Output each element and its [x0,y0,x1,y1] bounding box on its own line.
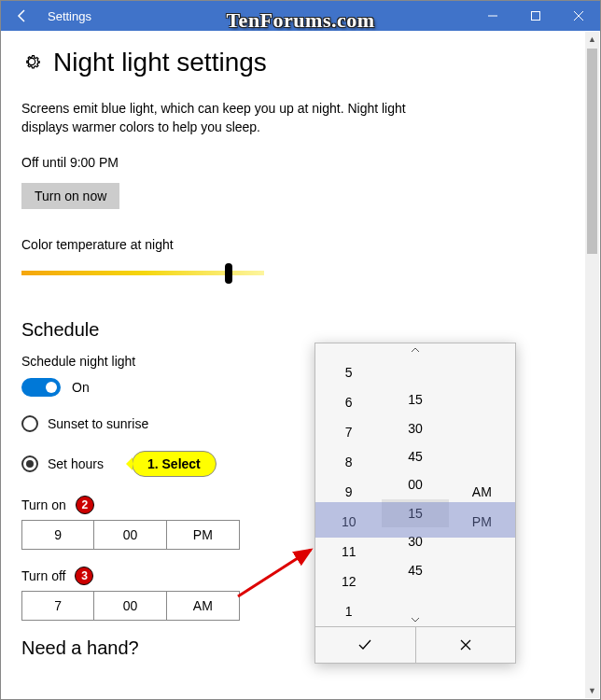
radio-set-hours[interactable] [21,455,38,472]
schedule-toggle[interactable] [21,378,61,397]
turn-off-label: Turn off [21,568,65,583]
back-button[interactable] [1,1,44,31]
turn-off-time-control[interactable]: 7 00 AM [21,591,240,621]
turn-off-minute[interactable]: 00 [94,592,166,620]
svg-rect-1 [532,12,540,21]
time-picker-item[interactable]: 6 [315,387,382,417]
time-picker-item[interactable] [449,387,515,417]
annotation-badge-3: 3 [75,567,93,585]
time-picker-item[interactable]: 15 [382,499,448,527]
time-picker-item[interactable] [449,447,515,477]
minimize-button[interactable] [471,1,514,31]
description: Screens emit blue light, which can keep … [21,100,413,136]
time-picker-item[interactable]: 7 [315,417,382,447]
time-picker-item[interactable]: 45 [382,442,448,470]
time-picker-item[interactable]: 30 [382,527,448,555]
window-title: Settings [44,9,471,23]
toggle-state: On [72,380,90,395]
schedule-heading: Schedule [21,319,580,341]
turn-on-minute[interactable]: 00 [94,521,166,549]
turn-on-time-control[interactable]: 9 00 PM [21,520,240,550]
status-text: Off until 9:00 PM [21,155,580,170]
time-picker-confirm-button[interactable] [315,627,416,663]
time-picker-item[interactable] [449,567,515,596]
maximize-button[interactable] [514,1,557,31]
annotation-badge-2: 2 [76,496,94,514]
close-button[interactable] [557,1,600,31]
time-picker-minutes-column[interactable]: 15304500153045 [382,343,448,626]
time-picker-item[interactable]: 8 [315,447,382,477]
time-picker-item[interactable] [449,357,515,387]
time-picker-item[interactable] [382,357,448,385]
turn-on-now-button[interactable]: Turn on now [21,183,119,209]
scrollbar-thumb[interactable] [587,49,597,254]
gear-icon [21,51,42,75]
time-picker-item[interactable]: AM [449,477,515,507]
time-picker-item[interactable]: PM [449,507,515,537]
turn-on-label: Turn on [21,497,66,512]
color-temp-label: Color temperature at night [21,237,580,252]
time-picker-item[interactable]: 1 [315,596,382,626]
radio-sethours-label: Set hours [48,456,104,471]
time-picker-item[interactable] [449,596,515,626]
radio-sunset-to-sunrise[interactable] [21,415,38,432]
turn-off-ampm[interactable]: AM [167,592,239,620]
radio-sunset-label: Sunset to sunrise [48,416,148,431]
time-picker-item[interactable]: 00 [382,470,448,498]
slider-thumb[interactable] [225,263,232,284]
time-picker-hours-column[interactable]: 567891011121 [315,343,382,626]
time-picker-item[interactable]: 30 [382,413,448,441]
turn-off-hour[interactable]: 7 [22,592,94,620]
time-picker-item[interactable]: 10 [315,507,382,537]
time-picker-item[interactable] [449,417,515,447]
time-picker-flyout[interactable]: 567891011121 15304500153045 AMPM [314,343,516,664]
time-picker-item[interactable]: 11 [315,537,382,567]
turn-on-ampm[interactable]: PM [167,521,239,549]
time-picker-ampm-column[interactable]: AMPM [449,343,515,626]
time-picker-item[interactable]: 9 [315,477,382,507]
time-picker-item[interactable]: 5 [315,357,382,387]
time-picker-item[interactable]: 45 [382,556,448,584]
time-picker-item[interactable] [382,584,448,612]
chevron-down-icon[interactable] [411,613,420,626]
page-title: Night light settings [53,48,267,77]
turn-on-hour[interactable]: 9 [22,521,94,549]
annotation-callout-1: 1. Select [132,451,217,477]
color-temp-slider[interactable] [21,261,264,286]
scrollbar-down-arrow[interactable]: ▼ [585,683,599,698]
time-picker-item[interactable]: 15 [382,385,448,413]
time-picker-item[interactable]: 12 [315,567,382,596]
time-picker-cancel-button[interactable] [416,627,516,663]
vertical-scrollbar[interactable]: ▲ ▼ [585,32,599,698]
chevron-up-icon[interactable] [411,343,420,357]
scrollbar-up-arrow[interactable]: ▲ [585,32,599,47]
time-picker-item[interactable] [449,537,515,567]
